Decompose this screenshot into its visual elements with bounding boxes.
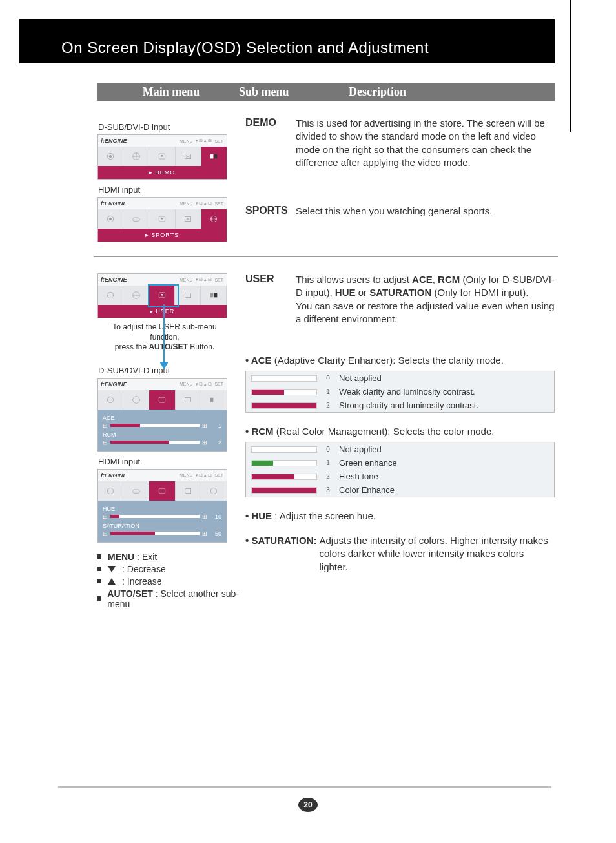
saturation-heading: • SATURATION: Adjusts the intensity of c… [245, 534, 555, 574]
desc-sports: Select this when you watching general sp… [296, 205, 555, 218]
desc-user: This allows users to adjust ACE, RCM (On… [296, 273, 555, 326]
osd-set-label: SET [214, 139, 223, 143]
input-label-hdmi-1: HDMI input [98, 185, 245, 194]
mode-internet-icon [123, 286, 149, 305]
arrow-down-icon [160, 304, 168, 369]
right-margin-rule [570, 0, 571, 132]
osd-panel-sports: f:ENGINE MENU ▾ ⊟ ▴ ⊟ SET ▸ SPORTS [97, 197, 227, 242]
mode-normal-icon [176, 209, 201, 229]
hue-heading: • HUE : Adjust the screen hue. [245, 510, 555, 521]
header-desc: Description [349, 85, 548, 99]
submenu-demo: DEMO [245, 117, 296, 169]
osd-panel-demo: f:ENGINE MENU ▾ ⊟ ▴ ⊟ SET ▸ DEMO [97, 134, 227, 180]
svg-rect-28 [210, 397, 214, 402]
mode-movie-icon [98, 286, 123, 305]
osd-brand: f:ENGINE [101, 138, 127, 144]
desc-demo: This is used for advertising in the stor… [296, 117, 555, 169]
mode-demo-icon [201, 286, 227, 305]
submenu-sports: SPORTS [245, 205, 296, 218]
title-band: On Screen Display(OSD) Selection and Adj… [19, 19, 555, 63]
ace-heading: • ACE (Adaptive Clarity Enhancer): Selec… [245, 355, 555, 366]
svg-point-33 [211, 488, 217, 494]
section-divider [94, 256, 558, 257]
svg-rect-21 [214, 293, 217, 298]
svg-rect-32 [185, 488, 191, 493]
svg-point-15 [107, 292, 113, 298]
svg-point-4 [161, 155, 163, 157]
down-triangle-icon [108, 566, 116, 572]
svg-rect-27 [185, 397, 191, 402]
svg-rect-6 [210, 154, 214, 159]
svg-rect-31 [159, 488, 165, 494]
svg-rect-19 [185, 293, 190, 298]
mode-demo-icon [201, 147, 227, 166]
hue-slider-label: HUE [103, 506, 221, 512]
mode-user-icon [149, 209, 175, 229]
mode-internet-icon [123, 147, 149, 166]
svg-rect-7 [214, 154, 218, 159]
input-label-dsub-2: D-SUB/DVI-D input [98, 366, 245, 375]
svg-rect-26 [159, 397, 165, 402]
header-sub: Sub menu [239, 85, 349, 99]
svg-point-14 [211, 216, 217, 222]
osd-panel-user-hdmi: f:ENGINE MENU ▾ ⊟ ▴ ⊟ SET HUE ⊟ [97, 469, 227, 543]
mode-normal-icon [175, 286, 201, 305]
mode-game-icon [123, 209, 149, 229]
mode-movie-icon [98, 209, 123, 229]
osd-foot-sports: ▸ SPORTS [98, 229, 227, 242]
button-legend: MENU : Exit : Decrease : Increase AUTO/S… [97, 552, 245, 609]
page-number: 20 [298, 798, 318, 812]
bottom-rule [58, 786, 551, 788]
svg-point-25 [132, 396, 139, 403]
ace-slider-label: ACE [103, 415, 221, 421]
svg-point-9 [109, 218, 112, 220]
column-header-row: Main menu Sub menu Description [97, 83, 555, 101]
input-label-hdmi-2: HDMI input [98, 457, 245, 466]
svg-point-12 [161, 218, 163, 220]
mode-sports-icon [201, 209, 227, 229]
page-title: On Screen Display(OSD) Selection and Adj… [61, 39, 429, 57]
mode-normal-icon [176, 147, 201, 166]
rcm-slider-label: RCM [103, 432, 221, 438]
rcm-heading: • RCM (Real Color Management): Selects t… [245, 426, 555, 437]
svg-marker-23 [160, 362, 168, 369]
up-triangle-icon [108, 578, 116, 585]
svg-point-29 [107, 488, 113, 494]
svg-rect-30 [132, 490, 139, 493]
input-label-dsub-1: D-SUB/DVI-D input [98, 122, 245, 132]
mode-movie-icon [98, 147, 123, 166]
osd-panel-user-dsub: f:ENGINE MENU ▾ ⊟ ▴ ⊟ SET ACE ⊟ [97, 378, 227, 452]
ace-table: 0Not applied 1Weak clarity and luminosit… [245, 371, 555, 413]
header-main: Main menu [103, 85, 239, 99]
rcm-table: 0Not applied 1Green enhance 2Flesh tone … [245, 442, 555, 497]
osd-menu-label: MENU [180, 139, 193, 143]
svg-point-24 [107, 397, 113, 402]
svg-rect-20 [210, 293, 213, 298]
svg-rect-10 [132, 218, 139, 221]
osd-foot-demo: ▸ DEMO [98, 166, 227, 179]
mode-user-icon [149, 147, 175, 166]
svg-point-1 [109, 155, 112, 158]
sat-slider-label: SATURATION [103, 523, 221, 529]
submenu-user: USER [245, 273, 296, 326]
